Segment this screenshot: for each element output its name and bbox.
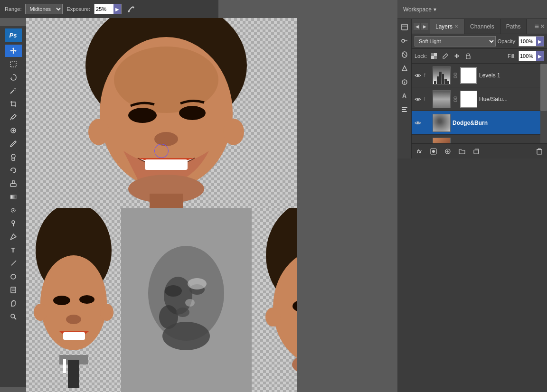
svg-point-71 bbox=[402, 39, 405, 42]
exposure-input[interactable] bbox=[94, 4, 113, 14]
dodge-tool-button[interactable] bbox=[5, 217, 22, 230]
lock-transparent-button[interactable] bbox=[430, 52, 438, 60]
svg-rect-43 bbox=[63, 332, 85, 340]
fill-arrow-button[interactable]: ▶ bbox=[536, 51, 544, 61]
adjustments-icon-button[interactable] bbox=[398, 35, 411, 47]
svg-rect-45 bbox=[63, 359, 66, 373]
svg-point-86 bbox=[417, 75, 419, 76]
masks-icon-button[interactable] bbox=[398, 48, 411, 61]
paragraph-button[interactable] bbox=[398, 103, 411, 116]
opacity-arrow-button[interactable]: ▶ bbox=[536, 37, 544, 46]
layer-mask-levels bbox=[460, 67, 477, 84]
magic-wand-button[interactable] bbox=[5, 84, 22, 97]
svg-rect-1 bbox=[10, 61, 16, 67]
path-selection-button[interactable] bbox=[5, 257, 22, 270]
lasso-tool-button[interactable] bbox=[5, 71, 22, 84]
blur-tool-button[interactable] bbox=[5, 204, 22, 216]
top-toolbar: Range: Midtones Shadows Highlights Expos… bbox=[0, 0, 218, 18]
collapse-right-button[interactable]: ▶ bbox=[421, 23, 428, 30]
pen-tool-button[interactable] bbox=[5, 231, 22, 243]
properties-icon-button[interactable] bbox=[398, 21, 411, 33]
exposure-arrow-button[interactable]: ▶ bbox=[113, 4, 121, 14]
history-brush-button[interactable] bbox=[5, 164, 22, 177]
svg-point-94 bbox=[417, 122, 419, 124]
workspace-button[interactable]: Workspace ▾ bbox=[403, 6, 436, 13]
layer-eye-dodgeburn[interactable] bbox=[414, 119, 422, 127]
brush-tool-button[interactable] bbox=[5, 138, 22, 150]
svg-rect-80 bbox=[402, 111, 407, 112]
blend-mode-select[interactable]: Soft Light Normal Multiply Screen Overla… bbox=[415, 36, 496, 47]
svg-rect-14 bbox=[10, 195, 16, 199]
svg-point-27 bbox=[88, 119, 109, 145]
svg-point-28 bbox=[223, 119, 244, 145]
levels-bars bbox=[433, 72, 450, 84]
left-toolbox: Ps bbox=[0, 26, 26, 387]
adjustment-icon bbox=[444, 148, 451, 155]
range-select[interactable]: Midtones Shadows Highlights bbox=[25, 4, 63, 14]
fill-input[interactable] bbox=[519, 51, 536, 61]
pen-icon bbox=[9, 233, 17, 241]
zoom-tool-button[interactable] bbox=[5, 310, 22, 323]
eraser-button[interactable] bbox=[5, 177, 22, 190]
panel-close-button[interactable]: ✕ bbox=[540, 23, 545, 30]
tab-channels[interactable]: Channels bbox=[464, 19, 500, 34]
tab-layers-close[interactable]: ✕ bbox=[454, 24, 458, 29]
svg-point-31 bbox=[179, 106, 206, 120]
marquee-tool-button[interactable] bbox=[5, 58, 22, 70]
eraser-icon bbox=[9, 180, 17, 187]
layer-item-levels[interactable]: f bbox=[412, 64, 547, 87]
lock-all-button[interactable] bbox=[464, 52, 472, 60]
gradient-tool-button[interactable] bbox=[5, 191, 22, 203]
layer-item-dodgeburn[interactable]: Dodge&Burn bbox=[412, 111, 547, 135]
panel-container: A ◀ ▶ Layers ✕ bbox=[397, 19, 547, 159]
corrections-button[interactable] bbox=[398, 62, 411, 75]
layer-mask-huesat bbox=[460, 91, 477, 108]
lock-position-button[interactable] bbox=[453, 52, 461, 60]
layer-eye-levels[interactable] bbox=[414, 71, 422, 80]
svg-line-74 bbox=[403, 53, 406, 56]
layer-chain-huesat: f bbox=[424, 96, 431, 102]
new-layer-button[interactable] bbox=[471, 146, 482, 157]
tab-layers[interactable]: Layers ✕ bbox=[430, 19, 464, 34]
delete-layer-button[interactable] bbox=[534, 146, 545, 157]
text-tool-button[interactable]: T bbox=[5, 244, 22, 256]
svg-point-38 bbox=[34, 304, 47, 321]
adjustment-layer-button[interactable] bbox=[442, 146, 453, 157]
hand-tool-button[interactable] bbox=[5, 297, 22, 309]
svg-rect-35 bbox=[150, 194, 183, 208]
text-tool-side-button[interactable]: A bbox=[398, 90, 411, 102]
layer-item-huesat[interactable]: f Hue/Satu... bbox=[412, 87, 547, 111]
layer-group-button[interactable] bbox=[456, 146, 468, 157]
panel-menu-button[interactable]: ≡ bbox=[535, 22, 539, 31]
svg-rect-84 bbox=[431, 56, 434, 59]
svg-rect-83 bbox=[434, 53, 437, 56]
svg-rect-11 bbox=[12, 158, 15, 160]
collapse-left-button[interactable]: ◀ bbox=[414, 23, 420, 30]
tab-paths[interactable]: Paths bbox=[500, 19, 527, 34]
svg-line-6 bbox=[10, 118, 11, 120]
opacity-input[interactable] bbox=[519, 37, 536, 46]
lock-pixels-button[interactable] bbox=[441, 52, 450, 60]
notes-tool-button[interactable] bbox=[5, 284, 22, 296]
text-a-label: A bbox=[402, 93, 406, 99]
layer-scrollbar-thumb[interactable] bbox=[540, 64, 547, 111]
svg-line-5 bbox=[15, 90, 16, 91]
brush-pressure-button[interactable] bbox=[125, 3, 137, 15]
layer-fx-button[interactable]: fx bbox=[414, 146, 425, 157]
info-button[interactable] bbox=[398, 76, 411, 88]
clone-stamp-button[interactable] bbox=[5, 151, 22, 163]
heal-tool-button[interactable] bbox=[5, 124, 22, 137]
opacity-label: Opacity: bbox=[498, 38, 517, 44]
eyedropper-button[interactable] bbox=[5, 111, 22, 123]
svg-rect-81 bbox=[431, 53, 434, 56]
layer-mask-button[interactable] bbox=[428, 146, 439, 157]
checkerboard-icon bbox=[431, 53, 437, 59]
magic-wand-icon bbox=[9, 87, 17, 94]
svg-rect-85 bbox=[466, 56, 470, 59]
shape-tool-button[interactable] bbox=[5, 271, 22, 283]
crop-tool-button[interactable] bbox=[5, 98, 22, 110]
canvas-area[interactable] bbox=[26, 18, 297, 392]
layer-eye-huesat[interactable] bbox=[414, 95, 422, 103]
mask-add-icon bbox=[430, 148, 437, 155]
move-tool-button[interactable] bbox=[5, 45, 22, 57]
